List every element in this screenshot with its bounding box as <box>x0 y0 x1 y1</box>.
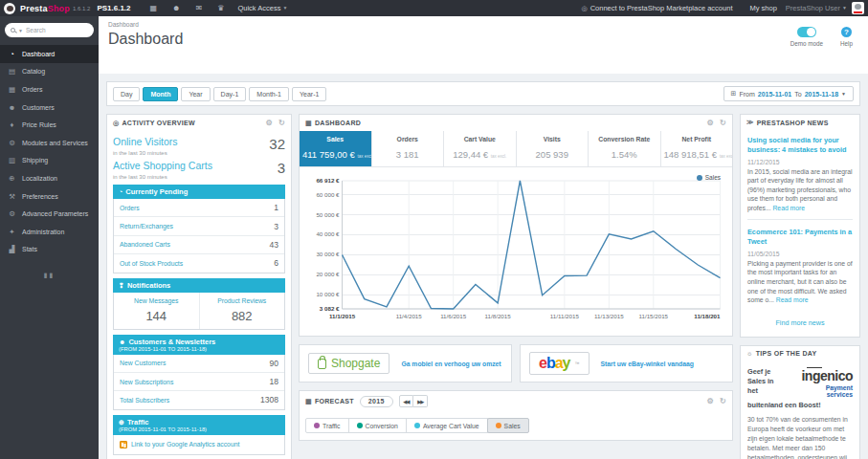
person-icon[interactable]: ☻ <box>172 4 180 12</box>
online-visitors-link[interactable]: Online Visitors <box>113 136 178 147</box>
sidebar-item-price-rules[interactable]: ♦Price Rules <box>0 116 99 134</box>
my-shop-link[interactable]: My shop <box>749 4 776 12</box>
product-reviews-link[interactable]: Product Reviews <box>202 297 283 304</box>
avatar[interactable] <box>852 2 864 14</box>
prestashop-news-panel: ≫ PRESTASHOP NEWS Using social media for… <box>740 114 860 338</box>
list-item: Total Subscribers1308 <box>114 391 284 408</box>
refresh-icon[interactable]: ↻ <box>720 119 726 127</box>
news-articles: Using social media for your business: 4 … <box>741 130 859 311</box>
ebay-banner[interactable]: ebay™ Start uw eBay-winkel vandaag <box>520 344 733 382</box>
svg-text:3 082 €: 3 082 € <box>320 305 340 312</box>
sidebar-item-stats[interactable]: ▟Stats <box>0 241 99 259</box>
sidebar-item-modules-and-services[interactable]: ⚙Modules and Services <box>0 134 99 152</box>
abandoned-carts-link[interactable]: Abandoned Carts <box>120 241 170 248</box>
conversion-dot-icon <box>357 423 363 428</box>
find-more-news-link[interactable]: Find more news <box>741 311 859 337</box>
kpi-orders[interactable]: Orders3 181 <box>372 131 445 166</box>
date-range-picker[interactable]: ⊞ From 2015-11-01 To 2015-11-18 ▼ <box>723 86 854 101</box>
traffic-row: Link to your Google Analytics account <box>113 435 285 455</box>
return-exchanges-link[interactable]: Return/Exchanges <box>120 223 173 230</box>
collapse-menu-icon[interactable]: ▮▮ <box>0 272 99 279</box>
refresh-icon[interactable]: ↻ <box>720 397 726 405</box>
chevron-down-icon[interactable]: ▼ <box>18 28 23 33</box>
help-icon[interactable]: ? <box>841 27 852 37</box>
kpi-net-profit[interactable]: Net Profit148 918,51 € tax excl. <box>661 131 733 166</box>
new-messages-link[interactable]: New Messages <box>116 297 197 304</box>
forecast-legend-sales[interactable]: Sales <box>487 418 529 433</box>
range-button-day[interactable]: Day <box>113 87 140 101</box>
total-subscribers-link[interactable]: Total Subscribers <box>120 397 169 404</box>
sidebar-item-customers[interactable]: ☻Customers <box>0 98 99 117</box>
new-messages-cell: New Messages144 <box>114 293 199 329</box>
trophy-icon[interactable]: ♛ <box>217 4 224 12</box>
catalog-icon: ▤ <box>8 67 16 76</box>
forecast-year[interactable]: 2015 <box>360 396 393 407</box>
gear-icon[interactable]: ⚙ <box>707 119 714 127</box>
forecast-legend-conversion[interactable]: Conversion <box>348 418 407 433</box>
range-button-month[interactable]: Month <box>143 87 178 101</box>
gear-icon[interactable]: ⚙ <box>707 397 714 405</box>
svg-text:11/11/2015: 11/11/2015 <box>550 313 580 319</box>
page-header: Dashboard Dashboard Demo mode ? Help <box>99 16 868 74</box>
out-of-stock-products-link[interactable]: Out of Stock Products <box>120 260 183 267</box>
search-input[interactable] <box>26 27 76 33</box>
read-more-link[interactable]: Read more <box>776 296 809 303</box>
sidebar-item-dashboard[interactable]: ◔Dashboard <box>0 45 99 63</box>
sidebar-item-orders[interactable]: ▦Orders <box>0 80 99 98</box>
forecast-legend-traffic[interactable]: Traffic <box>305 418 349 433</box>
sidebar-item-preferences[interactable]: ⚒Preferences <box>0 187 99 206</box>
kpi-cart-value[interactable]: Cart Value129,44 € tax excl. <box>444 131 517 166</box>
sidebar-item-administration[interactable]: ✦Administration <box>0 223 99 241</box>
sidebar-item-shipping[interactable]: ▥Shipping <box>0 152 99 170</box>
new-subscriptions-link[interactable]: New Subscriptions <box>120 379 173 385</box>
panel-title: ACTIVITY OVERVIEW <box>122 120 194 126</box>
ebay-link[interactable]: Start uw eBay-winkel vandaag <box>601 361 694 367</box>
read-more-link[interactable]: Read more <box>772 205 805 211</box>
prestashop-logo-icon <box>4 3 15 14</box>
out-of-stock-products-value: 6 <box>274 258 278 268</box>
shopgate-link[interactable]: Ga mobiel en verhoog uw omzet <box>401 361 501 367</box>
range-button-month-1[interactable]: Month-1 <box>249 87 289 101</box>
shopgate-logo: Shopgate <box>308 353 389 374</box>
kpi-conversion-rate[interactable]: Conversion Rate1.54% <box>589 131 661 166</box>
list-item: Out of Stock Products6 <box>114 254 284 272</box>
demo-mode-toggle[interactable] <box>797 27 816 37</box>
gear-icon[interactable]: ⚙ <box>266 119 273 127</box>
forecast-prev-button[interactable]: ◀◀ <box>399 395 414 407</box>
range-button-day-1[interactable]: Day-1 <box>213 87 247 101</box>
user-menu[interactable]: PrestaShop User ▼ <box>786 4 847 12</box>
svg-text:11/4/2015: 11/4/2015 <box>396 313 423 319</box>
new-subscriptions-value: 18 <box>270 377 278 386</box>
new-customers-link[interactable]: New Customers <box>120 360 166 366</box>
sidebar-item-localization[interactable]: ⊕Localization <box>0 169 99 187</box>
cart-icon[interactable]: ▦ <box>150 4 158 12</box>
svg-text:50 000 €: 50 000 € <box>316 211 340 218</box>
google-analytics-link[interactable]: Link to your Google Analytics account <box>131 441 239 448</box>
news-article-link[interactable]: Using social media for your business: 4 … <box>747 136 853 155</box>
forecast-next-button[interactable]: ▶▶ <box>413 395 428 407</box>
marketplace-link[interactable]: ◎Connect to PrestaShop Marketplace accou… <box>582 4 733 12</box>
sidebar-item-catalog[interactable]: ▤Catalog <box>0 63 99 81</box>
kpi-sales[interactable]: Sales411 759,00 € tax excl. <box>300 131 372 166</box>
shopgate-banner[interactable]: Shopgate Ga mobiel en verhoog uw omzet <box>299 344 512 382</box>
sales-line-chart: 66 912 €60 000 €50 000 €40 000 €30 000 €… <box>303 171 728 332</box>
help-control: ? Help <box>840 27 853 47</box>
panel-title: TIPS OF THE DAY <box>756 350 817 357</box>
news-article-link[interactable]: Ecommerce 101: Payments in a Tweet <box>747 228 853 247</box>
range-button-year-1[interactable]: Year-1 <box>292 87 326 101</box>
orders-link[interactable]: Orders <box>120 205 140 211</box>
forecast-legend-average-cart-value[interactable]: Average Cart Value <box>406 418 488 433</box>
mail-icon[interactable]: ✉ <box>196 4 203 12</box>
quick-access-menu[interactable]: Quick Access ▼ <box>237 4 287 12</box>
kpi-visits[interactable]: Visits205 939 <box>517 131 590 166</box>
demo-mode-label: Demo mode <box>790 40 823 47</box>
active-carts-link[interactable]: Active Shopping Carts <box>113 160 212 171</box>
breadcrumb: Dashboard <box>108 21 858 28</box>
svg-text:20 000 €: 20 000 € <box>316 271 340 277</box>
range-button-year[interactable]: Year <box>181 87 210 101</box>
pending-rows: Orders1Return/Exchanges3Abandoned Carts4… <box>113 199 285 273</box>
list-item: New Subscriptions18 <box>114 373 284 391</box>
sidebar-item-advanced-parameters[interactable]: ⚙Advanced Parameters <box>0 205 99 223</box>
news-article: Ecommerce 101: Payments in a Tweet11/05/… <box>747 228 853 304</box>
refresh-icon[interactable]: ↻ <box>278 119 285 127</box>
